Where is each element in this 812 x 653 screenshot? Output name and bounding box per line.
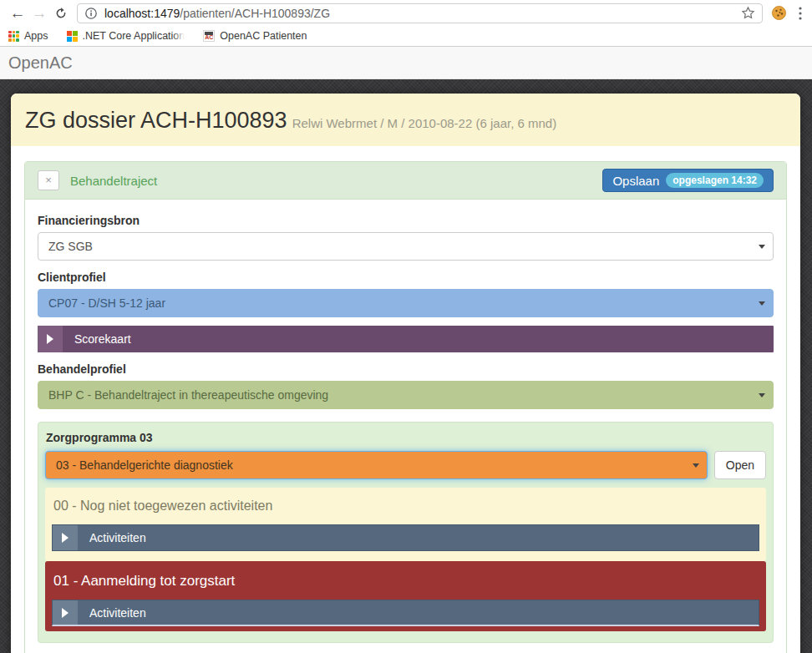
page-info-icon[interactable] (84, 7, 98, 20)
zorgprogramma-block-01: 01 - Aanmelding tot zorgstart Activiteit… (45, 561, 766, 631)
brand-openac[interactable]: OpenAC (8, 53, 73, 73)
zorgprogramma-section: Zorgprogramma 03 03 - Behandelgerichte d… (38, 422, 774, 643)
open-button[interactable]: Open (714, 451, 766, 479)
expand-toggle[interactable] (53, 525, 78, 550)
behandelprofiel-label: Behandelprofiel (38, 362, 774, 376)
play-icon (62, 533, 69, 543)
activiteiten-bar[interactable]: Activiteiten (52, 600, 759, 626)
dropdown-arrow-icon (759, 245, 765, 249)
clientprofiel-label: Clientprofiel (38, 271, 774, 284)
behandeltraject-panel: × Behandeltraject Opslaan opgeslagen 14:… (24, 161, 787, 653)
clientprofiel-select[interactable]: CP07 - D/SH 5-12 jaar (38, 289, 774, 317)
url-text: localhost:1479/patienten/ACH-H100893/ZG (104, 7, 330, 20)
bookmark-apps[interactable]: Apps (8, 30, 48, 42)
behandelprofiel-select[interactable]: BHP C - Behandeltraject in thereapeutisc… (38, 381, 774, 409)
close-icon: × (45, 174, 52, 186)
openac-favicon: AC (203, 30, 215, 42)
save-button[interactable]: Opslaan opgeslagen 14:32 (602, 169, 774, 192)
dossier-header: ZG dossier ACH-H100893Relwi Webrmet / M … (11, 94, 800, 146)
bookmark-openac-patienten[interactable]: AC OpenAC Patienten (203, 30, 307, 42)
scorekaart-label: Scorekaart (74, 332, 131, 346)
close-button[interactable]: × (38, 170, 59, 190)
content-card: ZG dossier ACH-H100893Relwi Webrmet / M … (11, 94, 800, 653)
bookmark-star-icon[interactable] (741, 6, 755, 20)
page-title: ZG dossier ACH-H100893 (25, 108, 287, 133)
bookmarks-bar: Apps .NET Core Application AC OpenAC Pat… (0, 26, 812, 47)
zorgprogramma-select[interactable]: 03 - Behandelgerichte diagnostiek (45, 451, 708, 479)
forward-icon[interactable]: → (28, 3, 50, 24)
dropdown-arrow-icon (759, 393, 765, 397)
apps-grid-icon (8, 31, 19, 42)
refresh-glyph (54, 7, 68, 20)
browser-toolbar: ← → localhost:1479/patienten/ACH-H100893… (0, 0, 812, 26)
cookie-extension-icon[interactable] (771, 5, 787, 21)
patient-summary: Relwi Webrmet / M / 2010-08-22 (6 jaar, … (292, 116, 557, 130)
play-icon (47, 334, 53, 344)
zorgprogramma-block-00: 00 - Nog niet toegewezen activiteiten Ac… (45, 488, 766, 561)
block-title: 01 - Aanmelding tot zorgstart (53, 573, 759, 590)
financieringsbron-label: Financieringsbron (38, 214, 774, 227)
expand-toggle[interactable] (53, 600, 78, 625)
block-title: 00 - Nog niet toegewezen activiteiten (53, 499, 759, 514)
behandeltraject-panel-header: × Behandeltraject Opslaan opgeslagen 14:… (25, 162, 786, 200)
bookmark-netcore[interactable]: .NET Core Application (67, 30, 185, 42)
back-icon[interactable]: ← (7, 3, 28, 24)
microsoft-icon (67, 31, 78, 42)
financieringsbron-select[interactable]: ZG SGB (38, 232, 774, 261)
page-background: ZG dossier ACH-H100893Relwi Webrmet / M … (0, 79, 812, 653)
app-navbar: OpenAC (0, 47, 812, 79)
panel-title: Behandeltraject (70, 174, 157, 188)
expand-toggle[interactable] (38, 326, 63, 352)
dropdown-arrow-icon (693, 463, 699, 468)
refresh-icon[interactable] (50, 3, 72, 24)
address-bar[interactable]: localhost:1479/patienten/ACH-H100893/ZG (77, 3, 763, 23)
play-icon (62, 608, 69, 618)
dropdown-arrow-icon (759, 301, 765, 306)
scorekaart-bar[interactable]: Scorekaart (38, 326, 774, 352)
saved-time-badge: opgeslagen 14:32 (666, 173, 764, 188)
browser-menu-icon[interactable] (799, 7, 802, 20)
activiteiten-bar[interactable]: Activiteiten (52, 524, 759, 551)
zorgprogramma-label: Zorgprogramma 03 (46, 431, 766, 444)
